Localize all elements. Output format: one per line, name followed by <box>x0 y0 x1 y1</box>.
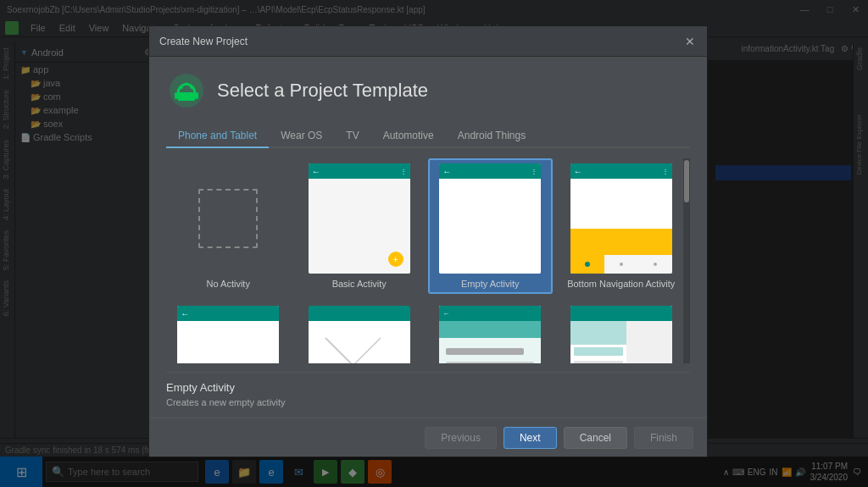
tab-tv[interactable]: TV <box>334 125 370 148</box>
template-bottom-nav[interactable]: ← ⋮ <box>559 158 684 294</box>
dialog-main-title: Select a Project Template <box>217 80 428 102</box>
nav-dot-active <box>585 262 590 267</box>
dialog-close-button[interactable]: ✕ <box>683 35 697 48</box>
template-label-empty: Empty Activity <box>461 279 519 289</box>
android-studio-logo <box>166 70 207 111</box>
template-empty-activity[interactable]: ← ⋮ Empty Activity <box>428 158 553 294</box>
template-preview-empty-2: ← <box>177 306 279 363</box>
fab-icon: + <box>388 252 403 267</box>
tab-android-things[interactable]: Android Things <box>446 125 538 148</box>
back-arrow-icon: ← <box>312 167 320 176</box>
template-basic-activity[interactable]: ← ⋮ + Basic Activity <box>298 158 422 294</box>
template-preview-nav-drawer <box>570 306 672 363</box>
tab-automotive[interactable]: Automotive <box>371 125 446 148</box>
template-preview-empty: ← ⋮ <box>439 163 541 274</box>
svg-rect-3 <box>175 92 178 99</box>
template-grid-wrapper: No Activity ← ⋮ + <box>166 158 683 363</box>
template-tabs: Phone and Tablet Wear OS TV Automotive A… <box>166 125 690 148</box>
dialog-title-row: Select a Project Template <box>166 70 690 111</box>
dialog-footer: Previous Next Cancel Finish <box>149 418 707 457</box>
next-button[interactable]: Next <box>504 427 557 449</box>
svg-point-1 <box>180 86 183 89</box>
template-preview-basic: ← ⋮ + <box>309 163 410 274</box>
template-grid: No Activity ← ⋮ + <box>166 158 683 363</box>
template-nav-drawer[interactable]: Navigation Drawer Activity <box>559 301 684 363</box>
fullscreen-icon <box>309 321 410 363</box>
previous-button[interactable]: Previous <box>425 427 497 449</box>
template-scrolling[interactable]: ← Scrolling Activity <box>428 301 553 363</box>
svg-line-7 <box>334 338 381 363</box>
svg-rect-4 <box>195 92 198 99</box>
dialog-title: Create New Project <box>159 36 248 47</box>
dialog-header: Create New Project ✕ <box>149 26 707 57</box>
back-arrow-icon: ← <box>181 309 189 318</box>
create-project-dialog: Create New Project ✕ Select a Project Te… <box>148 25 708 457</box>
template-label-no-activity: No Activity <box>207 279 250 289</box>
template-fullscreen[interactable]: Fullscreen Activity <box>298 301 422 363</box>
cancel-button[interactable]: Cancel <box>564 427 627 449</box>
tab-wear-os[interactable]: Wear OS <box>269 125 334 148</box>
selected-template-description: Creates a new empty activity <box>166 397 690 407</box>
back-arrow-icon: ← <box>442 167 451 176</box>
selected-template-info: Empty Activity Creates a new empty activ… <box>166 372 690 407</box>
template-label-bottom-nav: Bottom Navigation Activity <box>567 279 675 289</box>
tab-phone-tablet[interactable]: Phone and Tablet <box>166 125 269 148</box>
dashed-box-icon <box>198 189 258 248</box>
scrollbar-thumb <box>684 160 689 202</box>
finish-button[interactable]: Finish <box>634 427 693 449</box>
overflow-icon: ⋮ <box>662 168 669 175</box>
overflow-icon: ⋮ <box>531 168 537 175</box>
template-preview-fullscreen <box>309 306 410 363</box>
overflow-icon: ⋮ <box>400 168 407 175</box>
selected-template-name: Empty Activity <box>166 381 690 394</box>
svg-point-2 <box>190 86 193 89</box>
template-preview-bottom-nav: ← ⋮ <box>570 163 672 274</box>
template-preview-scrolling: ← <box>439 306 541 363</box>
nav-dot-icon <box>654 263 657 266</box>
template-empty-activity-2[interactable]: ← Empty Activity <box>166 301 291 363</box>
svg-point-0 <box>170 74 203 108</box>
template-label-basic: Basic Activity <box>332 279 387 289</box>
nav-dot-icon <box>620 263 623 266</box>
template-no-activity[interactable]: No Activity <box>166 158 291 294</box>
back-arrow-icon: ← <box>574 167 582 176</box>
template-grid-scrollbar[interactable] <box>683 158 690 363</box>
scroll-back-icon: ← <box>442 310 449 318</box>
fullscreen-content-area <box>309 321 410 363</box>
template-preview-no-activity <box>177 163 279 274</box>
dialog-body: Select a Project Template Phone and Tabl… <box>149 57 707 418</box>
svg-rect-5 <box>178 92 195 101</box>
